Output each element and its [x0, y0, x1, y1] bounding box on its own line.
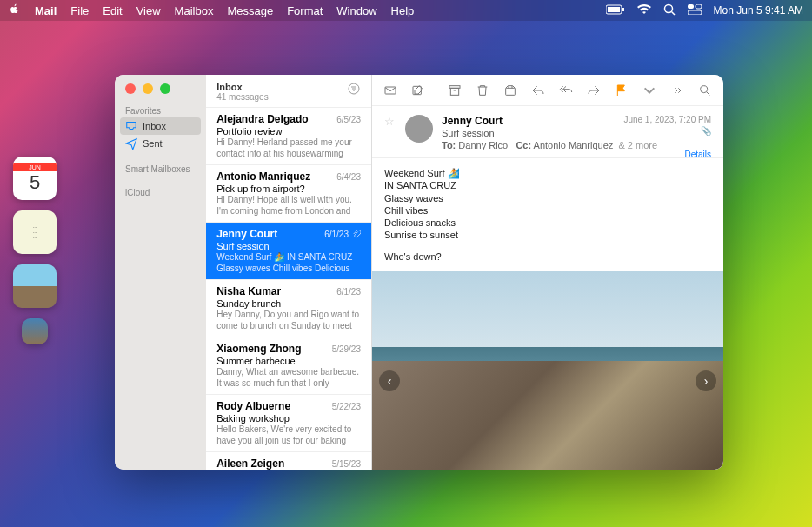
sidebar-item-sent[interactable]: Sent — [115, 135, 206, 152]
delete-button[interactable] — [473, 81, 492, 100]
more-button[interactable] — [668, 81, 687, 100]
subject-label: Surf session — [216, 241, 361, 251]
image-next-button[interactable]: › — [696, 370, 716, 391]
sender-label: Alejandra Delgado — [216, 113, 308, 125]
sidebar-item-inbox[interactable]: Inbox — [120, 117, 201, 135]
menu-file[interactable]: File — [70, 4, 89, 17]
svg-rect-7 — [688, 10, 702, 15]
message-row[interactable]: Antonio Manriquez6/4/23 Pick up from air… — [206, 165, 371, 223]
message-row[interactable]: Nisha Kumar6/1/23 Sunday brunchHey Danny… — [206, 280, 371, 337]
mailbox-count: 41 messages — [216, 92, 347, 102]
subject-label: Portfolio review — [216, 126, 361, 137]
preview-label: Hi Danny! Herland passed me your contact… — [216, 137, 361, 159]
battery-icon[interactable] — [606, 4, 625, 17]
date-label: 6/1/23 — [324, 230, 361, 239]
message-list[interactable]: Alejandra Delgado6/5/23 Portfolio review… — [206, 108, 371, 470]
zoom-button[interactable] — [160, 83, 170, 94]
minimize-button[interactable] — [143, 83, 153, 94]
date-label: 6/4/23 — [336, 172, 361, 182]
mailbox-title: Inbox — [216, 82, 347, 92]
notes-widget[interactable]: ········· — [13, 210, 57, 254]
control-center-icon[interactable] — [688, 4, 702, 17]
flag-button[interactable] — [612, 81, 631, 100]
menu-edit[interactable]: Edit — [103, 4, 122, 17]
forward-button[interactable] — [584, 81, 603, 100]
read-button[interactable] — [381, 81, 400, 100]
sender-label: Antonio Manriquez — [216, 170, 310, 183]
compose-button[interactable] — [409, 81, 428, 100]
mail-toolbar — [372, 75, 723, 106]
date-label: 5/29/23 — [332, 344, 361, 354]
date-label: 6/5/23 — [336, 115, 361, 124]
message-content-pane: ☆ Jenny Court Surf session To: Danny Ric… — [372, 75, 723, 470]
sidebar-item-label: Sent — [143, 138, 163, 149]
svg-rect-13 — [506, 88, 516, 95]
sender-avatar[interactable] — [405, 115, 433, 143]
search-button[interactable] — [696, 81, 715, 100]
paperplane-icon — [125, 137, 137, 150]
apple-menu-icon[interactable] — [9, 3, 21, 18]
menu-view[interactable]: View — [136, 4, 161, 17]
sender-label: Nisha Kumar — [216, 285, 281, 297]
message-row[interactable]: Rody Albuerne5/22/23 Baking workshopHell… — [206, 395, 371, 452]
message-row[interactable]: Aileen Zeigen5/15/23 5K trainingHey Dann… — [206, 452, 371, 470]
tray-icon — [125, 120, 137, 132]
message-row[interactable]: Xiaomeng Zhong5/29/23 Summer barbecueDan… — [206, 337, 371, 395]
menu-help[interactable]: Help — [391, 4, 415, 17]
menu-message[interactable]: Message — [227, 4, 273, 17]
message-body: Weekend Surf 🏄IN SANTA CRUZGlassy wavesC… — [372, 158, 723, 271]
sender-label: Aileen Zeigen — [216, 457, 284, 470]
message-list-pane: Inbox 41 messages Alejandra Delgado6/5/2… — [206, 75, 372, 470]
desktop-widgets: JUN 5 ········· — [13, 157, 57, 344]
svg-rect-1 — [608, 7, 620, 12]
sidebar-section-icloud: iCloud — [115, 184, 206, 199]
photo-widget-1[interactable] — [13, 264, 57, 308]
preview-label: Hello Bakers, We're very excited to have… — [216, 424, 361, 446]
subject-label: Baking workshop — [216, 413, 361, 424]
details-link[interactable]: Details — [623, 150, 711, 159]
menu-window[interactable]: Window — [336, 4, 376, 17]
date-label: 5/15/23 — [332, 459, 361, 469]
menubar: Mail File Edit View Mailbox Message Form… — [0, 0, 812, 21]
svg-rect-5 — [688, 4, 694, 9]
message-timestamp: June 1, 2023, 7:20 PM — [623, 115, 711, 124]
flag-menu-button[interactable] — [640, 81, 659, 100]
menu-format[interactable]: Format — [287, 4, 323, 17]
sidebar-section-favorites: Favorites — [115, 103, 206, 117]
date-label: 6/1/23 — [336, 287, 361, 297]
reply-button[interactable] — [529, 81, 548, 100]
message-attachment-image[interactable]: ‹ › — [372, 271, 723, 470]
message-row[interactable]: Alejandra Delgado6/5/23 Portfolio review… — [206, 108, 371, 165]
sender-label: Jenny Court — [216, 228, 277, 240]
archive-button[interactable] — [445, 81, 464, 100]
svg-point-14 — [701, 85, 708, 92]
svg-point-3 — [664, 4, 672, 12]
reply-all-button[interactable] — [556, 81, 576, 100]
message-list-header: Inbox 41 messages — [206, 75, 371, 108]
svg-rect-9 — [385, 87, 396, 94]
app-name[interactable]: Mail — [35, 4, 57, 17]
photo-widget-2[interactable] — [22, 318, 48, 344]
image-prev-button[interactable]: ‹ — [379, 370, 400, 391]
sender-label: Rody Albuerne — [216, 400, 290, 412]
mail-window: Favorites Inbox Sent Smart Mailboxes iCl… — [115, 75, 723, 470]
window-controls — [115, 75, 206, 103]
filter-button[interactable] — [347, 82, 361, 99]
close-button[interactable] — [125, 83, 136, 94]
calendar-widget[interactable]: JUN 5 — [13, 157, 57, 200]
star-button[interactable]: ☆ — [384, 115, 396, 150]
preview-label: Hi Danny! Hope all is well with you. I'm… — [216, 195, 361, 217]
message-row[interactable]: Jenny Court6/1/23 Surf sessionWeekend Su… — [206, 223, 371, 280]
menu-mailbox[interactable]: Mailbox — [175, 4, 214, 17]
svg-rect-2 — [622, 8, 624, 11]
svg-line-4 — [671, 11, 675, 15]
wifi-icon[interactable] — [637, 4, 651, 17]
body-footer: Who's down? — [384, 250, 711, 263]
subject-label: Summer barbecue — [216, 356, 361, 366]
junk-button[interactable] — [501, 81, 520, 100]
message-header: ☆ Jenny Court Surf session To: Danny Ric… — [372, 106, 723, 158]
menubar-clock[interactable]: Mon Jun 5 9:41 AM — [714, 4, 803, 17]
spotlight-icon[interactable] — [663, 3, 676, 18]
subject-label: Sunday brunch — [216, 298, 361, 309]
preview-label: Danny, What an awesome barbecue. It was … — [216, 367, 361, 389]
